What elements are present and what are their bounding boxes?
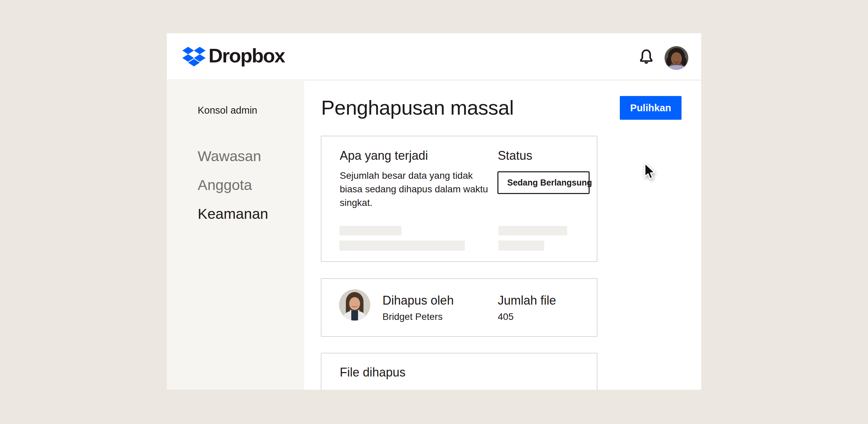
bell-icon: [639, 49, 653, 65]
deleted-files-heading: File dihapus: [340, 365, 406, 380]
sidebar-item-anggota[interactable]: Anggota: [198, 175, 252, 194]
admin-console-window: Dropbox Konsol admin Wawasan Angg: [167, 33, 701, 390]
status-dropdown[interactable]: Sedang Berlangsung: [497, 171, 590, 194]
page-title: Penghapusan massal: [321, 96, 514, 119]
dropbox-logo[interactable]: Dropbox: [182, 44, 284, 67]
placeholder-bar: [339, 226, 401, 235]
deleted-by-name: Bridget Peters: [382, 311, 442, 323]
user-avatar[interactable]: [665, 46, 688, 70]
what-happened-body: Sejumlah besar data yang tidak biasa sed…: [340, 169, 489, 210]
placeholder-bar: [498, 226, 567, 235]
incident-card: Apa yang terjadi Sejumlah besar data yan…: [321, 136, 597, 262]
deleted-by-card: Dihapus oleh Bridget Peters Jumlah file …: [321, 278, 597, 337]
top-header: Dropbox: [167, 33, 701, 80]
what-happened-heading: Apa yang terjadi: [340, 148, 428, 163]
sidebar-item-wawasan[interactable]: Wawasan: [198, 147, 261, 166]
status-heading: Status: [498, 148, 532, 163]
deleted-by-heading: Dihapus oleh: [382, 293, 454, 308]
status-dropdown-value: Sedang Berlangsung: [507, 178, 592, 188]
deleted-files-card: File dihapus: [321, 353, 597, 390]
restore-button[interactable]: Pulihkan: [620, 96, 682, 120]
file-count-value: 405: [498, 311, 514, 323]
placeholder-bar: [339, 240, 465, 251]
dropbox-glyph-icon: [182, 47, 206, 67]
notifications-button[interactable]: [638, 48, 654, 66]
deleted-by-avatar-photo: [339, 289, 370, 321]
dropbox-wordmark: Dropbox: [209, 44, 284, 67]
page: { "colors": { "page_bg": "#ECE7E0", "pan…: [0, 0, 868, 424]
sidebar-item-keamanan[interactable]: Keamanan: [198, 204, 268, 223]
sidebar: Konsol admin Wawasan Anggota Keamanan: [167, 81, 304, 390]
deleted-by-avatar: [339, 289, 370, 321]
placeholder-bar: [498, 240, 544, 251]
sidebar-title: Konsol admin: [198, 103, 257, 117]
user-avatar-photo: [665, 46, 688, 70]
file-count-heading: Jumlah file: [498, 293, 556, 308]
